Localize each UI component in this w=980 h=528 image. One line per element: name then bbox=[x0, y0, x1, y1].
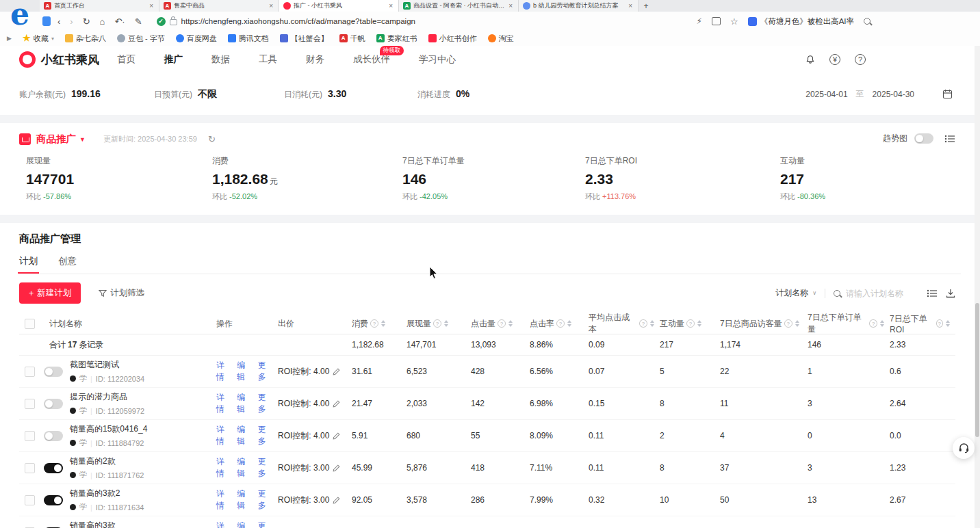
plan-name[interactable]: 销量高的3款 bbox=[70, 520, 144, 528]
wallet-icon[interactable]: ¥ bbox=[829, 54, 840, 65]
column-header[interactable]: 展现量? bbox=[401, 318, 465, 330]
column-header[interactable]: 点击量? bbox=[465, 318, 524, 330]
column-header[interactable]: 7日总商品访客量? bbox=[714, 318, 802, 330]
edit-pencil-icon[interactable] bbox=[333, 432, 340, 440]
column-header[interactable]: 7日总下单订单量? bbox=[802, 312, 884, 335]
favorite-star-icon[interactable]: ☆ bbox=[730, 16, 738, 27]
browser-tab[interactable]: A商品设置 - 阿奇索 · 小红书自动…× bbox=[399, 0, 519, 12]
info-icon[interactable]: ? bbox=[556, 319, 565, 328]
edit-pencil-icon[interactable] bbox=[333, 464, 340, 472]
plan-name[interactable]: 销量高的3款2 bbox=[70, 488, 144, 499]
bookmark-item[interactable]: 小红书创作 bbox=[428, 34, 477, 44]
sort-icon[interactable] bbox=[444, 320, 448, 327]
edit-link[interactable]: 编辑 bbox=[237, 392, 251, 415]
row-checkbox[interactable] bbox=[25, 495, 35, 505]
screenshot-icon[interactable] bbox=[712, 17, 721, 25]
edit-pencil-icon[interactable] bbox=[333, 368, 340, 375]
url-text[interactable]: https://chengfeng.xiaohongshu.com/cf/ad/… bbox=[181, 17, 415, 25]
nav-item[interactable]: 推广 bbox=[164, 53, 183, 66]
info-icon[interactable]: ? bbox=[869, 319, 877, 328]
bookmark-item[interactable]: A要家红书 bbox=[376, 34, 417, 44]
collapse-bookmarks-icon[interactable]: ▶ bbox=[7, 35, 12, 42]
toolbar-search-icon[interactable] bbox=[864, 18, 871, 25]
plan-name[interactable]: 截图笔记测试 bbox=[70, 359, 144, 371]
more-link[interactable]: 更多 bbox=[258, 520, 272, 528]
detail-link[interactable]: 详情 bbox=[216, 424, 231, 447]
detail-link[interactable]: 详情 bbox=[216, 392, 231, 415]
metrics-config-icon[interactable] bbox=[944, 134, 955, 144]
download-icon[interactable] bbox=[946, 289, 955, 298]
info-icon[interactable]: ? bbox=[784, 319, 792, 328]
plan-name[interactable]: 提示的潜力商品 bbox=[70, 391, 144, 403]
nav-item[interactable]: 成长伙伴待领取 bbox=[353, 53, 390, 66]
tab-creative[interactable]: 创意 bbox=[58, 255, 77, 274]
edit-pencil-icon[interactable] bbox=[333, 400, 340, 408]
date-start[interactable]: 2025-04-01 bbox=[805, 90, 847, 99]
select-all-checkbox[interactable] bbox=[25, 319, 35, 329]
sort-icon[interactable] bbox=[567, 320, 571, 327]
brand[interactable]: 小红书乘风 bbox=[19, 51, 99, 68]
customer-service-button[interactable] bbox=[953, 437, 975, 459]
detail-link[interactable]: 详情 bbox=[216, 360, 231, 383]
info-icon[interactable]: ? bbox=[498, 319, 506, 328]
plan-search-input[interactable] bbox=[844, 288, 918, 299]
plan-status-toggle[interactable] bbox=[44, 399, 63, 409]
nav-item[interactable]: 首页 bbox=[117, 53, 136, 66]
notifications-bell-icon[interactable] bbox=[805, 55, 815, 64]
tab-plan[interactable]: 计划 bbox=[19, 255, 38, 274]
column-header[interactable]: 点击率? bbox=[524, 318, 583, 330]
refresh-icon[interactable]: ↻ bbox=[83, 16, 90, 27]
tab-close-icon[interactable]: × bbox=[387, 2, 394, 10]
info-icon[interactable]: ? bbox=[936, 319, 943, 328]
tab-close-icon[interactable]: × bbox=[268, 2, 274, 10]
row-checkbox[interactable] bbox=[25, 399, 35, 409]
plan-name[interactable]: 销量高的2款 bbox=[70, 456, 144, 467]
edit-link[interactable]: 编辑 bbox=[237, 456, 251, 479]
tab-close-icon[interactable]: × bbox=[148, 2, 155, 10]
sort-icon[interactable] bbox=[508, 320, 513, 327]
more-link[interactable]: 更多 bbox=[258, 424, 272, 447]
info-icon[interactable]: ? bbox=[370, 319, 378, 328]
edit-bookmark-icon[interactable]: ✎ bbox=[135, 16, 142, 27]
nav-item[interactable]: 学习中心 bbox=[419, 53, 456, 66]
info-icon[interactable]: ? bbox=[433, 319, 441, 328]
info-icon[interactable]: ? bbox=[686, 319, 695, 328]
bookmark-item[interactable]: 淘宝 bbox=[488, 34, 514, 44]
browser-tab[interactable]: A售卖中商品× bbox=[159, 0, 279, 12]
search-field-selector[interactable]: 计划名称 ∨ bbox=[775, 287, 816, 299]
browser-logo[interactable]: e bbox=[1, 0, 38, 30]
refresh-data-icon[interactable]: ↻ bbox=[208, 134, 216, 144]
edit-link[interactable]: 编辑 bbox=[237, 360, 251, 383]
scrollbar-thumb[interactable] bbox=[975, 303, 979, 437]
detail-link[interactable]: 详情 bbox=[216, 520, 231, 528]
sort-icon[interactable] bbox=[795, 320, 799, 327]
more-link[interactable]: 更多 bbox=[258, 392, 272, 415]
detail-link[interactable]: 详情 bbox=[216, 488, 231, 512]
plan-filter-button[interactable]: 计划筛选 bbox=[99, 287, 144, 299]
trend-chart-toggle[interactable] bbox=[914, 133, 933, 144]
nav-item[interactable]: 数据 bbox=[211, 53, 230, 66]
chevron-down-icon[interactable]: ▼ bbox=[79, 136, 86, 143]
more-link[interactable]: 更多 bbox=[258, 488, 272, 512]
row-checkbox[interactable] bbox=[25, 431, 35, 441]
edit-pencil-icon[interactable] bbox=[333, 497, 340, 504]
nav-item[interactable]: 财务 bbox=[306, 53, 324, 66]
bookmark-item[interactable]: 豆包 - 字节 bbox=[117, 34, 165, 44]
more-link[interactable]: 更多 bbox=[258, 456, 272, 479]
bookmark-item[interactable]: 【社蟹会】 bbox=[280, 34, 328, 44]
forward-icon[interactable]: › bbox=[70, 16, 73, 27]
plan-status-toggle[interactable] bbox=[44, 431, 63, 441]
date-end[interactable]: 2025-04-30 bbox=[873, 90, 914, 99]
column-header[interactable]: 消费? bbox=[346, 318, 401, 330]
column-header[interactable]: 7日总下单ROI? bbox=[884, 313, 950, 334]
ai-notice[interactable]: 《荷塘月色》被检出高AI率 bbox=[748, 16, 854, 27]
browser-tab[interactable]: A首页工作台× bbox=[40, 0, 159, 12]
plan-status-toggle[interactable] bbox=[44, 495, 63, 505]
bookmark-item[interactable]: 杂七杂八 bbox=[65, 34, 106, 44]
browser-phone-icon[interactable] bbox=[42, 16, 51, 26]
edit-link[interactable]: 编辑 bbox=[237, 488, 251, 512]
plan-status-toggle[interactable] bbox=[44, 367, 63, 377]
home-icon[interactable]: ⌂ bbox=[100, 16, 105, 27]
tab-close-icon[interactable]: × bbox=[507, 2, 514, 10]
column-config-icon[interactable] bbox=[927, 289, 938, 298]
